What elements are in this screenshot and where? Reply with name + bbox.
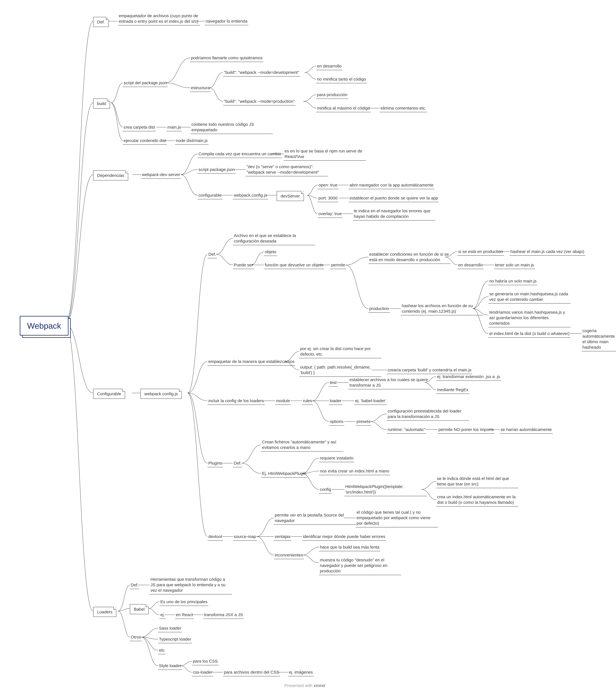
leaf: hashear el main.js cada vez (ver abajo) <box>510 249 585 255</box>
leaf: se harían automáticamente <box>500 427 553 433</box>
leaf: navegador lo entienda <box>205 18 248 25</box>
leaf: ejecutar contenido dist <box>123 138 167 145</box>
leaf: en React <box>175 612 194 619</box>
leaf: webpack.config.js <box>233 193 268 199</box>
leaf: nos evita crear un index.html a mano <box>319 468 390 475</box>
leaf: crea carpeta dist <box>123 125 156 131</box>
node-loaders[interactable]: Loaders <box>93 607 116 617</box>
leaf: el index.html de la dist (o build o what… <box>488 331 570 338</box>
leaf: te indica en el navegador los errores qu… <box>353 208 435 221</box>
leaf: en desarrollo <box>457 262 483 269</box>
footer-attribution: Presented with xmind <box>284 683 325 688</box>
leaf: ventajas <box>274 534 291 541</box>
leaf: establecer el puerto donde se quiere ver… <box>349 195 439 202</box>
leaf: loader <box>329 398 342 405</box>
leaf: hace que la build sea más lenta <box>319 544 380 551</box>
node-configurable[interactable]: Configurable <box>93 389 125 399</box>
leaf: presets <box>356 419 371 426</box>
leaf: función que devuelve un objeto <box>264 262 324 269</box>
leaf: ej. transformar extensión .jsx a .js <box>436 374 501 381</box>
leaf: mediante RegEx <box>436 387 469 394</box>
leaf: contiene todo nuestros código JS empaque… <box>191 121 273 134</box>
leaf: incluir la config de los loaders <box>207 398 265 405</box>
leaf: main.js <box>167 125 182 131</box>
leaf: Def. <box>233 460 242 467</box>
leaf: elimina comentarios etc. <box>380 105 427 112</box>
leaf: devtool <box>207 534 223 541</box>
leaf: "dev (o "serve" o como queramos)": "webp… <box>246 164 328 176</box>
leaf: ej. 'babel-loader' <box>354 398 387 405</box>
leaf: Crean ficheros "automáticamente" y así e… <box>261 439 343 451</box>
leaf: en desarrollo <box>316 63 342 70</box>
leaf: tendríamos varios main.hashquesea.js y a… <box>488 309 571 327</box>
leaf: muestra tu código "desnudo" en el navega… <box>319 557 401 575</box>
leaf: HtmlWebpackPlugin({template: 'src/index.… <box>345 484 426 496</box>
node-devserver[interactable]: devServer <box>277 191 304 201</box>
leaf: abrir navegador con la app automáticamen… <box>349 182 434 189</box>
leaf: port: 3000 <box>317 195 338 202</box>
leaf: overlay: true <box>317 211 343 218</box>
leaf: script del package.json <box>123 80 168 87</box>
leaf: etc <box>158 647 166 654</box>
leaf: test <box>329 380 337 387</box>
node-build[interactable]: build <box>93 98 110 109</box>
leaf: Ej. HtmlWebpackPlugin <box>261 471 307 477</box>
leaf: podríamos llamarle como quisiéramos <box>190 55 263 62</box>
leaf: se generaría un main.hashquesea.js cada … <box>488 291 571 304</box>
node-babel[interactable]: Babel <box>130 604 149 614</box>
root-node[interactable]: Webpack <box>20 316 68 336</box>
leaf: tener solo un main.js <box>494 262 535 269</box>
leaf: configurable <box>198 193 222 199</box>
leaf: minifica al máximo el código <box>316 105 371 112</box>
leaf: si se está en production <box>457 249 504 255</box>
leaf: Es uno de los principales <box>159 599 208 606</box>
leaf: no habría un solo main.js <box>488 278 537 285</box>
leaf: ej. <box>159 612 166 619</box>
leaf: transforma JSX a JS <box>203 612 244 619</box>
leaf: "build": "webpack --mode=production" <box>223 98 295 106</box>
leaf: establecer condiciones en función de si … <box>368 251 450 264</box>
leaf: runtime: "automatic" <box>387 427 426 433</box>
leaf: para producción <box>316 92 348 99</box>
leaf: empaquetador de archivos (cuyo punto de … <box>118 13 200 25</box>
leaf: establecer archivos a los cuales se quie… <box>349 377 431 389</box>
leaf: ej. imágenes <box>288 669 314 676</box>
leaf: open: true <box>317 182 338 189</box>
leaf: estructura <box>190 85 211 92</box>
leaf: cogería automáticamente el último main h… <box>581 328 616 351</box>
leaf: el código que tienes tal cual ( y no emp… <box>356 509 438 527</box>
leaf: para archivos dentro del CSS <box>223 669 280 676</box>
leaf: css-loader <box>192 669 213 676</box>
leaf: para los CSS <box>192 659 219 665</box>
leaf: source-map <box>233 534 257 541</box>
leaf: webpack-dev-server <box>141 172 181 179</box>
leaf: por ej. sin crear la dist como hace por … <box>299 346 381 358</box>
node-deps[interactable]: Dependencias <box>93 170 128 180</box>
node-def[interactable]: Def. <box>93 17 109 27</box>
leaf: Sass loader <box>158 625 182 632</box>
leaf: es en lo que se basa el npm run serve de… <box>284 148 366 161</box>
leaf: crearía carpeta 'build' y contendría el … <box>387 367 472 374</box>
leaf: no minifica tanto el código <box>316 76 367 83</box>
leaf: script package.json <box>198 167 236 174</box>
footer-brand: xmind <box>314 683 325 688</box>
leaf: options <box>329 419 344 426</box>
leaf: crea un index.html automáticamente en la… <box>436 494 518 507</box>
leaf: Typescript loader <box>158 636 192 643</box>
leaf: inconvenientes <box>274 552 304 559</box>
node-conf-file[interactable]: webpack.config.js <box>140 389 182 399</box>
leaf: node dist/main.js <box>175 138 208 145</box>
leaf: Archivo en el que se establece la config… <box>233 233 315 245</box>
leaf: Compila cada vez que encuentra un cambio <box>198 151 282 158</box>
leaf: empaquetar de la manera que establezcamo… <box>207 359 295 365</box>
leaf: requiere instalarlo <box>319 455 354 462</box>
leaf: permite ver en la pestaña Source del nav… <box>274 512 356 525</box>
footer-prefix: Presented with <box>284 683 314 688</box>
leaf: Style loader <box>158 663 182 670</box>
leaf: hashear los archivos en función de su co… <box>401 303 483 315</box>
leaf: objeto <box>264 249 277 256</box>
leaf: production <box>368 306 390 313</box>
leaf: output: { path: path.resolve(_dirname, '… <box>299 364 381 377</box>
leaf: rules <box>302 398 313 405</box>
leaf: configuración preestablecida del loader … <box>387 408 469 421</box>
